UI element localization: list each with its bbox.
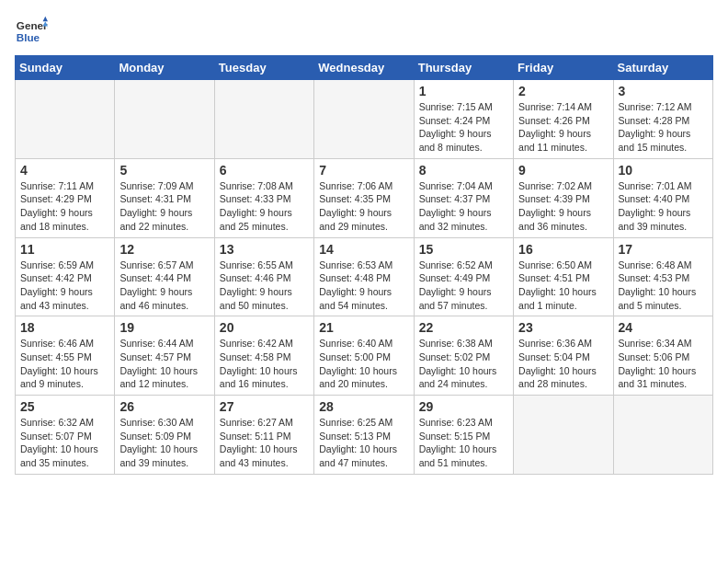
cell-text: Sunrise: 7:08 AM Sunset: 4:33 PM Dayligh… — [220, 179, 309, 234]
cell-text: Sunrise: 7:01 AM Sunset: 4:40 PM Dayligh… — [619, 179, 708, 234]
week-row-4: 25Sunrise: 6:32 AM Sunset: 5:07 PM Dayli… — [16, 396, 713, 475]
cell-text: Sunrise: 6:40 AM Sunset: 5:00 PM Dayligh… — [319, 337, 408, 391]
cal-cell-w4d3: 28Sunrise: 6:25 AM Sunset: 5:13 PM Dayli… — [314, 396, 414, 475]
day-number: 4 — [20, 163, 109, 178]
cell-text: Sunrise: 6:38 AM Sunset: 5:02 PM Dayligh… — [419, 337, 508, 391]
cal-cell-w4d4: 29Sunrise: 6:23 AM Sunset: 5:15 PM Dayli… — [414, 396, 513, 475]
cell-text: Sunrise: 6:30 AM Sunset: 5:09 PM Dayligh… — [119, 416, 209, 470]
logo: General Blue — [15, 15, 48, 48]
day-number: 19 — [119, 320, 209, 335]
week-row-1: 4Sunrise: 7:11 AM Sunset: 4:29 PM Daylig… — [16, 158, 713, 237]
day-number: 21 — [319, 320, 408, 335]
cal-cell-w1d2: 6Sunrise: 7:08 AM Sunset: 4:33 PM Daylig… — [214, 158, 313, 237]
cal-cell-w0d5: 2Sunrise: 7:14 AM Sunset: 4:26 PM Daylig… — [514, 80, 613, 159]
cal-cell-w1d4: 8Sunrise: 7:04 AM Sunset: 4:37 PM Daylig… — [414, 158, 513, 237]
cal-cell-w4d5 — [514, 396, 613, 475]
cell-text: Sunrise: 7:15 AM Sunset: 4:24 PM Dayligh… — [419, 100, 508, 155]
cal-cell-w2d6: 17Sunrise: 6:48 AM Sunset: 4:53 PM Dayli… — [613, 237, 712, 316]
cell-text: Sunrise: 6:59 AM Sunset: 4:42 PM Dayligh… — [20, 259, 109, 313]
day-number: 15 — [419, 242, 508, 257]
cal-cell-w2d2: 13Sunrise: 6:55 AM Sunset: 4:46 PM Dayli… — [214, 237, 313, 316]
header: General Blue — [15, 15, 713, 48]
cal-cell-w4d0: 25Sunrise: 6:32 AM Sunset: 5:07 PM Dayli… — [16, 396, 115, 475]
week-row-2: 11Sunrise: 6:59 AM Sunset: 4:42 PM Dayli… — [16, 237, 713, 316]
cell-text: Sunrise: 7:14 AM Sunset: 4:26 PM Dayligh… — [518, 100, 608, 155]
day-number: 13 — [220, 242, 309, 257]
cell-text: Sunrise: 6:34 AM Sunset: 5:06 PM Dayligh… — [619, 337, 708, 391]
day-number: 9 — [518, 163, 608, 178]
day-number: 5 — [119, 163, 209, 178]
cal-cell-w4d6 — [613, 396, 712, 475]
weekday-header-monday: Monday — [115, 56, 214, 80]
cal-cell-w1d5: 9Sunrise: 7:02 AM Sunset: 4:39 PM Daylig… — [514, 158, 613, 237]
cell-text: Sunrise: 6:32 AM Sunset: 5:07 PM Dayligh… — [20, 416, 109, 470]
cal-cell-w2d0: 11Sunrise: 6:59 AM Sunset: 4:42 PM Dayli… — [16, 237, 115, 316]
day-number: 1 — [419, 84, 508, 98]
day-number: 11 — [20, 242, 109, 257]
week-row-0: 1Sunrise: 7:15 AM Sunset: 4:24 PM Daylig… — [16, 80, 713, 159]
day-number: 8 — [419, 163, 508, 178]
cal-cell-w3d1: 19Sunrise: 6:44 AM Sunset: 4:57 PM Dayli… — [115, 316, 214, 396]
cal-cell-w1d1: 5Sunrise: 7:09 AM Sunset: 4:31 PM Daylig… — [115, 158, 214, 237]
cell-text: Sunrise: 6:57 AM Sunset: 4:44 PM Dayligh… — [119, 259, 209, 313]
day-number: 17 — [619, 242, 708, 257]
cell-text: Sunrise: 6:46 AM Sunset: 4:55 PM Dayligh… — [20, 337, 109, 391]
weekday-header-sunday: Sunday — [16, 56, 115, 80]
cell-text: Sunrise: 7:06 AM Sunset: 4:35 PM Dayligh… — [319, 179, 408, 234]
cal-cell-w3d6: 24Sunrise: 6:34 AM Sunset: 5:06 PM Dayli… — [613, 316, 712, 396]
day-number: 22 — [419, 320, 508, 335]
cal-cell-w3d3: 21Sunrise: 6:40 AM Sunset: 5:00 PM Dayli… — [314, 316, 414, 396]
cal-cell-w2d3: 14Sunrise: 6:53 AM Sunset: 4:48 PM Dayli… — [314, 237, 414, 316]
cal-cell-w2d5: 16Sunrise: 6:50 AM Sunset: 4:51 PM Dayli… — [514, 237, 613, 316]
cal-cell-w1d3: 7Sunrise: 7:06 AM Sunset: 4:35 PM Daylig… — [314, 158, 414, 237]
cal-cell-w4d1: 26Sunrise: 6:30 AM Sunset: 5:09 PM Dayli… — [115, 396, 214, 475]
day-number: 18 — [20, 320, 109, 335]
cell-text: Sunrise: 6:23 AM Sunset: 5:15 PM Dayligh… — [419, 416, 508, 470]
cal-cell-w4d2: 27Sunrise: 6:27 AM Sunset: 5:11 PM Dayli… — [214, 396, 313, 475]
cal-cell-w0d1 — [115, 80, 214, 159]
cal-cell-w3d0: 18Sunrise: 6:46 AM Sunset: 4:55 PM Dayli… — [16, 316, 115, 396]
cell-text: Sunrise: 6:53 AM Sunset: 4:48 PM Dayligh… — [319, 259, 408, 313]
day-number: 12 — [119, 242, 209, 257]
day-number: 25 — [20, 399, 109, 414]
cell-text: Sunrise: 6:27 AM Sunset: 5:11 PM Dayligh… — [220, 416, 309, 470]
svg-text:Blue: Blue — [17, 31, 40, 43]
cell-text: Sunrise: 6:48 AM Sunset: 4:53 PM Dayligh… — [619, 259, 708, 313]
cal-cell-w1d0: 4Sunrise: 7:11 AM Sunset: 4:29 PM Daylig… — [16, 158, 115, 237]
day-number: 3 — [619, 84, 708, 98]
cell-text: Sunrise: 7:02 AM Sunset: 4:39 PM Dayligh… — [518, 179, 608, 234]
weekday-header-thursday: Thursday — [414, 56, 513, 80]
cal-cell-w0d2 — [214, 80, 313, 159]
cell-text: Sunrise: 6:42 AM Sunset: 4:58 PM Dayligh… — [220, 337, 309, 391]
day-number: 7 — [319, 163, 408, 178]
day-number: 6 — [220, 163, 309, 178]
weekday-header-row: SundayMondayTuesdayWednesdayThursdayFrid… — [16, 56, 713, 80]
day-number: 29 — [419, 399, 508, 414]
cell-text: Sunrise: 7:04 AM Sunset: 4:37 PM Dayligh… — [419, 179, 508, 234]
cell-text: Sunrise: 6:52 AM Sunset: 4:49 PM Dayligh… — [419, 259, 508, 313]
cell-text: Sunrise: 6:25 AM Sunset: 5:13 PM Dayligh… — [319, 416, 408, 470]
cell-text: Sunrise: 6:36 AM Sunset: 5:04 PM Dayligh… — [518, 337, 608, 391]
cell-text: Sunrise: 6:55 AM Sunset: 4:46 PM Dayligh… — [220, 259, 309, 313]
cal-cell-w0d0 — [16, 80, 115, 159]
cal-cell-w0d6: 3Sunrise: 7:12 AM Sunset: 4:28 PM Daylig… — [613, 80, 712, 159]
cal-cell-w0d3 — [314, 80, 414, 159]
cal-cell-w2d1: 12Sunrise: 6:57 AM Sunset: 4:44 PM Dayli… — [115, 237, 214, 316]
cell-text: Sunrise: 7:12 AM Sunset: 4:28 PM Dayligh… — [619, 100, 708, 155]
day-number: 27 — [220, 399, 309, 414]
day-number: 28 — [319, 399, 408, 414]
day-number: 26 — [119, 399, 209, 414]
cal-cell-w2d4: 15Sunrise: 6:52 AM Sunset: 4:49 PM Dayli… — [414, 237, 513, 316]
weekday-header-saturday: Saturday — [613, 56, 712, 80]
cell-text: Sunrise: 6:44 AM Sunset: 4:57 PM Dayligh… — [119, 337, 209, 391]
cal-cell-w1d6: 10Sunrise: 7:01 AM Sunset: 4:40 PM Dayli… — [613, 158, 712, 237]
weekday-header-wednesday: Wednesday — [314, 56, 414, 80]
cal-cell-w3d5: 23Sunrise: 6:36 AM Sunset: 5:04 PM Dayli… — [514, 316, 613, 396]
day-number: 20 — [220, 320, 309, 335]
cal-cell-w3d2: 20Sunrise: 6:42 AM Sunset: 4:58 PM Dayli… — [214, 316, 313, 396]
day-number: 10 — [619, 163, 708, 178]
day-number: 16 — [518, 242, 608, 257]
week-row-3: 18Sunrise: 6:46 AM Sunset: 4:55 PM Dayli… — [16, 316, 713, 396]
calendar-table: SundayMondayTuesdayWednesdayThursdayFrid… — [15, 55, 713, 475]
day-number: 24 — [619, 320, 708, 335]
